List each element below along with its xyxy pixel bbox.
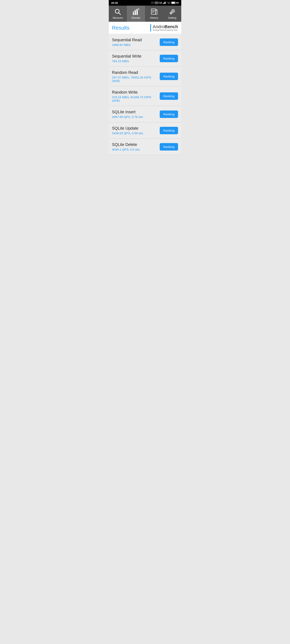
ranking-button[interactable]: Ranking (160, 73, 178, 80)
history-icon (150, 8, 158, 16)
ranking-button[interactable]: Ranking (160, 38, 178, 46)
status-time: 20:35 (111, 2, 118, 4)
brand-accent-bar (150, 24, 151, 32)
result-info: SQLite Insert 2667.89 QPS, 0.76 sec (112, 110, 160, 118)
brand-name: AndroBench (153, 24, 178, 29)
result-value: 318.24 MB/s, 81469.73 IOPS (4KB) (112, 96, 160, 102)
result-name: SQLite Insert (112, 110, 160, 114)
hd-icon: HD (155, 2, 158, 4)
ranking-button[interactable]: Ranking (160, 92, 178, 100)
battery-level: 94 (176, 2, 179, 4)
ranking-button[interactable]: Ranking (160, 127, 178, 134)
setting-icon (169, 8, 176, 16)
tab-history-label: History (150, 16, 158, 19)
result-name: Sequential Read (112, 38, 160, 42)
result-value: 784.23 MB/s (112, 59, 160, 63)
brand-regular: Andro (153, 24, 165, 29)
svg-rect-6 (133, 12, 134, 15)
svg-rect-3 (166, 2, 166, 4)
battery-icon (171, 2, 176, 4)
measure-icon (114, 8, 121, 16)
result-name: Sequential Write (112, 54, 160, 58)
brand-logo: AndroBench Storage Benchmarking Tool (150, 24, 178, 32)
result-list: Sequential Read 1968.62 MB/s Ranking Seq… (109, 34, 181, 155)
nav-tabs: Measure Results History (109, 6, 181, 22)
brand-subtitle: Storage Benchmarking Tool (153, 29, 177, 31)
tab-measure-label: Measure (113, 16, 123, 19)
result-item: Random Read 297.07 MB/s, 76052.26 IOPS (… (109, 66, 181, 86)
result-value: 2667.89 QPS, 0.76 sec (112, 115, 160, 118)
result-value: 4040.1 QPS, 0.5 sec (112, 148, 160, 151)
ranking-button[interactable]: Ranking (160, 55, 178, 62)
svg-rect-2 (165, 2, 165, 4)
result-info: Sequential Read 1968.62 MB/s (112, 38, 160, 46)
results-icon (132, 8, 140, 16)
result-value: 3438.63 QPS, 0.59 sec (112, 132, 160, 135)
result-item: SQLite Delete 4040.1 QPS, 0.5 sec Rankin… (109, 139, 181, 155)
svg-rect-0 (163, 3, 164, 4)
tab-results-label: Results (132, 16, 140, 19)
svg-rect-8 (137, 10, 138, 15)
result-item: Sequential Write 784.23 MB/s Ranking (109, 50, 181, 66)
result-info: SQLite Delete 4040.1 QPS, 0.5 sec (112, 142, 160, 151)
page-title: Results (112, 25, 130, 31)
svg-point-17 (171, 12, 172, 14)
tab-setting-label: Setting (168, 16, 176, 19)
tab-measure[interactable]: Measure (109, 6, 127, 22)
wifi-icon (167, 2, 170, 4)
result-item: Sequential Read 1968.62 MB/s Ranking (109, 34, 181, 50)
result-info: SQLite Update 3438.63 QPS, 0.59 sec (112, 126, 160, 135)
brand-bold: Bench (165, 24, 178, 29)
status-icons: 📳 HD 5G 94 (151, 2, 179, 4)
result-item: SQLite Update 3438.63 QPS, 0.59 sec Rank… (109, 122, 181, 139)
svg-rect-7 (135, 11, 136, 15)
svg-rect-1 (164, 2, 165, 4)
result-info: Random Write 318.24 MB/s, 81469.73 IOPS … (112, 90, 160, 102)
tab-results[interactable]: Results (127, 6, 145, 22)
result-name: Random Read (112, 70, 160, 75)
result-name: SQLite Delete (112, 142, 160, 147)
result-info: Sequential Write 784.23 MB/s (112, 54, 160, 63)
status-bar: 20:35 📳 HD 5G 94 (109, 0, 181, 6)
result-value: 297.07 MB/s, 76052.26 IOPS (4KB) (112, 76, 160, 82)
vibrate-icon: 📳 (151, 2, 154, 4)
tab-history[interactable]: History (145, 6, 163, 22)
svg-line-5 (119, 13, 121, 14)
svg-point-15 (173, 10, 174, 12)
result-name: SQLite Update (112, 126, 160, 130)
result-value: 1968.62 MB/s (112, 43, 160, 46)
result-info: Random Read 297.07 MB/s, 76052.26 IOPS (… (112, 70, 160, 82)
tab-setting[interactable]: Setting (163, 6, 181, 22)
brand-text: AndroBench Storage Benchmarking Tool (153, 24, 178, 31)
network-icon: 5G (159, 2, 162, 4)
result-name: Random Write (112, 90, 160, 94)
ranking-button[interactable]: Ranking (160, 143, 178, 150)
signal-icon (163, 2, 166, 4)
ranking-button[interactable]: Ranking (160, 110, 178, 118)
result-item: SQLite Insert 2667.89 QPS, 0.76 sec Rank… (109, 106, 181, 122)
result-item: Random Write 318.24 MB/s, 81469.73 IOPS … (109, 86, 181, 106)
results-header: Results AndroBench Storage Benchmarking … (109, 22, 181, 34)
